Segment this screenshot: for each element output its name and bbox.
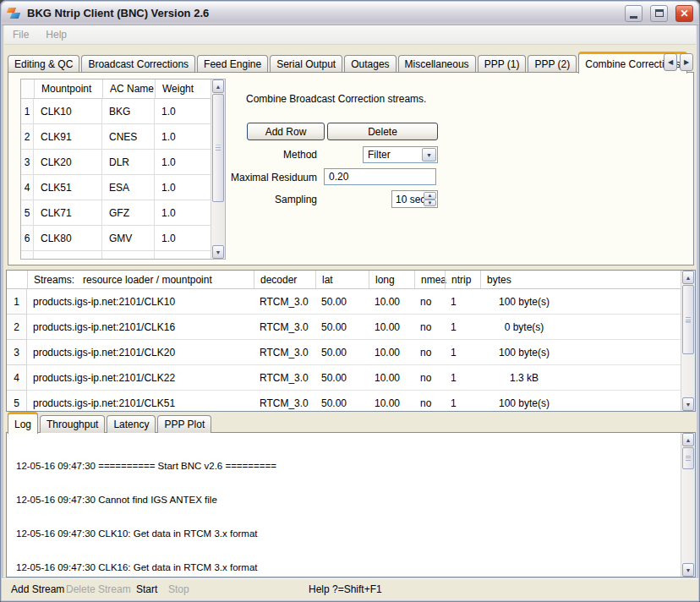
tab-outages[interactable]: Outages: [344, 55, 396, 73]
scroll-thumb[interactable]: [212, 94, 224, 202]
cell-mountpoint[interactable]: products.igs-ip.net:2101/CLK20: [27, 340, 254, 365]
cell-mountpoint[interactable]: CLK71: [34, 200, 102, 226]
cell-decoder[interactable]: RTCM_3.0: [254, 289, 315, 315]
cell-ac-name[interactable]: ESA: [102, 175, 155, 200]
scroll-thumb[interactable]: [682, 447, 694, 469]
scroll-up-button[interactable]: ▲: [682, 271, 694, 284]
tab-serial-output[interactable]: Serial Output: [270, 55, 342, 73]
cell-ac-name[interactable]: BKG: [102, 99, 155, 124]
cell-nmea[interactable]: no: [414, 391, 445, 412]
cell-ntrip[interactable]: 1: [445, 340, 480, 365]
tab-log[interactable]: Log: [8, 412, 38, 434]
menu-help[interactable]: Help: [37, 29, 75, 41]
cell-weight[interactable]: 1.0: [155, 226, 212, 251]
cell-nmea[interactable]: no: [414, 340, 445, 365]
cell-ntrip[interactable]: 1: [445, 365, 480, 391]
cell-mountpoint[interactable]: products.igs-ip.net:2101/CLK10: [27, 289, 254, 315]
table-row[interactable]: 6 CLK80 GMV 1.0: [21, 226, 225, 251]
header-weight[interactable]: Weight: [155, 79, 212, 98]
scroll-down-button[interactable]: ▼: [212, 245, 224, 259]
cell-mountpoint[interactable]: CLK51: [34, 175, 102, 200]
table-vertical-scrollbar[interactable]: ▲ ▼: [211, 79, 225, 259]
header-decoder[interactable]: decoder: [254, 271, 315, 288]
table-row[interactable]: 1 CLK10 BKG 1.0: [21, 99, 225, 124]
cell-ac-name[interactable]: GMV: [102, 226, 155, 251]
delete-button[interactable]: Delete: [327, 123, 438, 140]
cell-nmea[interactable]: no: [414, 289, 445, 315]
tab-latency[interactable]: Latency: [107, 415, 156, 433]
header-long[interactable]: long: [369, 271, 414, 288]
dropdown-arrow-button[interactable]: ▼: [422, 148, 436, 161]
table-row[interactable]: 2 CLK91 CNES 1.0: [21, 124, 225, 150]
maximal-residuum-field[interactable]: 0.20: [324, 168, 436, 185]
spin-up-button[interactable]: ▲: [424, 192, 436, 200]
menu-file[interactable]: File: [4, 29, 37, 41]
streams-vertical-scrollbar[interactable]: ▲ ▼: [681, 271, 695, 411]
cell-decoder[interactable]: RTCM_3.0: [254, 340, 315, 365]
cell-decoder[interactable]: RTCM_3.0: [254, 315, 315, 340]
cell-weight[interactable]: 1.0: [155, 99, 212, 124]
stream-row[interactable]: 4 products.igs-ip.net:2101/CLK22 RTCM_3.…: [7, 365, 695, 391]
header-lat[interactable]: lat: [315, 271, 369, 288]
combination-table[interactable]: Mountpoint AC Name Weight 1 CLK10 BKG 1.…: [20, 79, 226, 260]
cell-mountpoint[interactable]: CLK80: [34, 226, 102, 251]
log-output[interactable]: 12-05-16 09:47:30 ========== Start BNC v…: [6, 432, 696, 577]
maximize-button[interactable]: [650, 5, 668, 22]
cell-long[interactable]: 10.00: [369, 340, 414, 365]
cell-lat[interactable]: 50.00: [315, 391, 369, 412]
scroll-thumb[interactable]: [682, 285, 694, 354]
header-ntrip[interactable]: ntrip: [445, 271, 480, 288]
method-dropdown[interactable]: Filter ▼: [363, 146, 438, 163]
add-row-button[interactable]: Add Row: [247, 123, 325, 140]
tab-scroll-left-button[interactable]: ◀: [664, 53, 677, 71]
cell-lat[interactable]: 50.00: [315, 289, 369, 315]
cell-decoder[interactable]: RTCM_3.0: [254, 365, 315, 391]
tab-ppp-1[interactable]: PPP (1): [478, 55, 527, 73]
tab-throughput[interactable]: Throughput: [40, 415, 105, 433]
streams-table[interactable]: Streams: resource loader / mountpoint de…: [6, 270, 696, 412]
start-action[interactable]: Start: [136, 583, 157, 595]
cell-decoder[interactable]: RTCM_3.0: [254, 391, 315, 412]
cell-nmea[interactable]: no: [414, 315, 445, 340]
cell-mountpoint[interactable]: products.igs-ip.net:2101/CLK51: [27, 391, 254, 412]
header-nmea[interactable]: nmea: [414, 271, 445, 288]
sampling-stepper[interactable]: 10 sec ▲ ▼: [391, 190, 438, 208]
cell-ac-name[interactable]: CNES: [102, 124, 155, 150]
cell-lat[interactable]: 50.00: [315, 315, 369, 340]
scroll-up-button[interactable]: ▲: [682, 433, 694, 446]
cell-ntrip[interactable]: 1: [445, 391, 480, 412]
cell-weight[interactable]: 1.0: [155, 124, 212, 150]
cell-nmea[interactable]: no: [414, 365, 445, 391]
tab-miscellaneous[interactable]: Miscellaneous: [398, 55, 476, 73]
cell-ntrip[interactable]: 1: [445, 289, 480, 315]
tab-scroll-right-button[interactable]: ▶: [680, 53, 693, 71]
cell-mountpoint[interactable]: products.igs-ip.net:2101/CLK16: [27, 315, 254, 340]
close-button[interactable]: ✕: [675, 5, 693, 22]
cell-ac-name[interactable]: DLR: [102, 150, 155, 175]
cell-long[interactable]: 10.00: [369, 391, 414, 412]
scroll-down-button[interactable]: ▼: [682, 397, 694, 411]
cell-long[interactable]: 10.00: [369, 289, 414, 315]
cell-mountpoint[interactable]: CLK10: [34, 99, 102, 124]
stream-row[interactable]: 5 products.igs-ip.net:2101/CLK51 RTCM_3.…: [7, 391, 695, 412]
cell-lat[interactable]: 50.00: [315, 365, 369, 391]
stream-row[interactable]: 1 products.igs-ip.net:2101/CLK10 RTCM_3.…: [7, 289, 695, 315]
cell-lat[interactable]: 50.00: [315, 340, 369, 365]
header-ac-name[interactable]: AC Name: [102, 79, 155, 98]
cell-long[interactable]: 10.00: [369, 315, 414, 340]
header-streams-mountpoint[interactable]: Streams: resource loader / mountpoint: [27, 271, 254, 288]
tab-ppp-plot[interactable]: PPP Plot: [157, 415, 211, 433]
cell-mountpoint[interactable]: CLK91: [34, 124, 102, 150]
cell-bytes[interactable]: 100 byte(s): [480, 340, 568, 365]
scroll-up-button[interactable]: ▲: [212, 79, 224, 93]
tab-broadcast-corrections[interactable]: Broadcast Corrections: [81, 55, 195, 73]
tab-ppp-2[interactable]: PPP (2): [528, 55, 577, 73]
cell-mountpoint[interactable]: CLK20: [34, 150, 102, 175]
spin-down-button[interactable]: ▼: [424, 200, 436, 207]
tab-feed-engine[interactable]: Feed Engine: [197, 55, 268, 73]
cell-long[interactable]: 10.00: [369, 365, 414, 391]
minimize-button[interactable]: [625, 5, 643, 22]
header-mountpoint[interactable]: Mountpoint: [34, 79, 102, 98]
add-stream-action[interactable]: Add Stream: [11, 583, 64, 595]
tab-editing-qc[interactable]: Editing & QC: [8, 55, 79, 73]
